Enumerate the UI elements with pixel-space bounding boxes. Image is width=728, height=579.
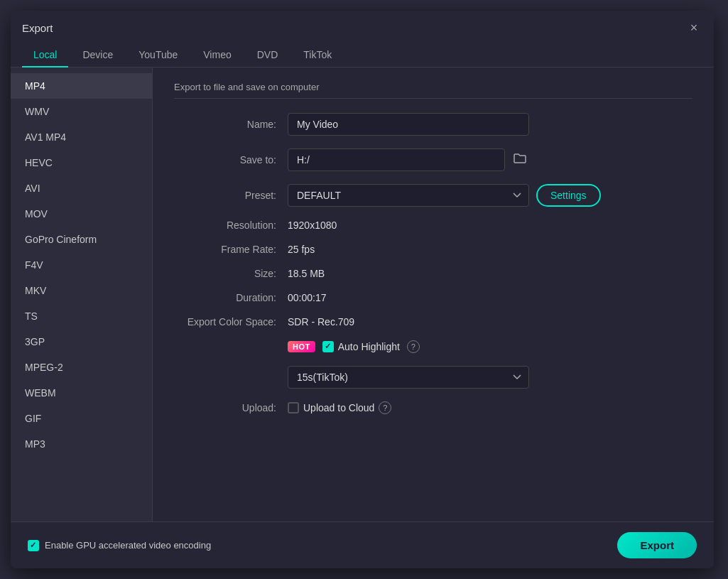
format-gif[interactable]: GIF: [11, 406, 152, 431]
color-space-label: Export Color Space:: [174, 316, 288, 328]
upload-to-cloud-text: Upload to Cloud: [303, 402, 374, 413]
auto-highlight-text: Auto Highlight: [338, 341, 400, 352]
tab-bar: Local Device YouTube Vimeo DVD TikTok: [11, 43, 714, 67]
format-mp3[interactable]: MP3: [11, 431, 152, 457]
close-button[interactable]: ×: [685, 19, 702, 36]
format-hevc[interactable]: HEVC: [11, 150, 152, 175]
format-mp4[interactable]: MP4: [11, 73, 152, 99]
tiktok-duration-select[interactable]: 15s(TikTok) 30s(TikTok) 60s(TikTok): [288, 366, 529, 389]
resolution-row: Resolution: 1920x1080: [174, 220, 692, 231]
resolution-control: 1920x1080: [288, 220, 692, 231]
highlight-container: HOT Auto Highlight ?: [288, 340, 420, 353]
overlay: Export × Local Device YouTube Vimeo DVD …: [0, 0, 728, 579]
export-button[interactable]: Export: [617, 532, 697, 558]
name-input[interactable]: [288, 113, 529, 136]
frame-rate-value: 25 fps: [288, 244, 315, 255]
resolution-label: Resolution:: [174, 220, 288, 231]
color-space-row: Export Color Space: SDR - Rec.709: [174, 316, 692, 328]
dialog-footer: Enable GPU accelerated video encoding Ex…: [11, 521, 714, 568]
duration-value: 00:00:17: [288, 292, 327, 303]
section-title: Export to file and save on computer: [174, 82, 692, 99]
save-to-control: [288, 148, 692, 171]
frame-rate-label: Frame Rate:: [174, 244, 288, 255]
tab-tiktok[interactable]: TikTok: [292, 43, 343, 67]
preset-row: Preset: DEFAULT High Quality Medium Qual…: [174, 184, 692, 207]
format-webm[interactable]: WEBM: [11, 380, 152, 406]
settings-button[interactable]: Settings: [536, 184, 601, 207]
upload-help-icon[interactable]: ?: [379, 401, 391, 414]
duration-row: Duration: 00:00:17: [174, 292, 692, 303]
hot-badge: HOT: [288, 341, 315, 352]
color-space-value: SDR - Rec.709: [288, 316, 354, 328]
upload-control: Upload to Cloud ?: [288, 401, 692, 414]
tiktok-spacer: [174, 366, 288, 389]
dialog-title: Export: [22, 22, 53, 34]
tiktok-row: 15s(TikTok) 30s(TikTok) 60s(TikTok): [174, 366, 692, 389]
dialog-body: MP4 WMV AV1 MP4 HEVC AVI MOV GoPro Cinef…: [11, 67, 714, 521]
dialog-header: Export ×: [11, 11, 714, 43]
resolution-value: 1920x1080: [288, 220, 337, 231]
size-row: Size: 18.5 MB: [174, 268, 692, 279]
format-gopro[interactable]: GoPro Cineform: [11, 227, 152, 252]
export-dialog: Export × Local Device YouTube Vimeo DVD …: [11, 11, 714, 568]
format-3gp[interactable]: 3GP: [11, 329, 152, 355]
save-path-input[interactable]: [288, 148, 505, 171]
format-ts[interactable]: TS: [11, 303, 152, 329]
upload-container: Upload to Cloud ?: [288, 401, 391, 414]
format-av1mp4[interactable]: AV1 MP4: [11, 124, 152, 150]
name-control: [288, 113, 692, 136]
save-path-container: [288, 148, 529, 171]
preset-select[interactable]: DEFAULT High Quality Medium Quality Low …: [288, 184, 529, 207]
auto-highlight-help-icon[interactable]: ?: [407, 340, 420, 353]
format-list: MP4 WMV AV1 MP4 HEVC AVI MOV GoPro Cinef…: [11, 67, 153, 521]
gpu-label[interactable]: Enable GPU accelerated video encoding: [28, 540, 211, 551]
size-control: 18.5 MB: [288, 268, 692, 279]
format-f4v[interactable]: F4V: [11, 252, 152, 278]
duration-label: Duration:: [174, 292, 288, 303]
auto-highlight-row: HOT Auto Highlight ?: [174, 340, 692, 353]
folder-icon: [514, 153, 526, 164]
name-label: Name:: [174, 119, 288, 130]
preset-label: Preset:: [174, 190, 288, 201]
folder-browse-button[interactable]: [511, 150, 529, 170]
duration-control: 00:00:17: [288, 292, 692, 303]
size-label: Size:: [174, 268, 288, 279]
frame-rate-row: Frame Rate: 25 fps: [174, 244, 692, 255]
tab-local[interactable]: Local: [22, 43, 68, 67]
color-space-control: SDR - Rec.709: [288, 316, 692, 328]
auto-highlight-checkbox[interactable]: [322, 341, 334, 352]
save-to-label: Save to:: [174, 154, 288, 166]
format-mkv[interactable]: MKV: [11, 278, 152, 303]
auto-highlight-control: HOT Auto Highlight ?: [288, 340, 692, 353]
main-content: Export to file and save on computer Name…: [153, 67, 714, 521]
upload-row: Upload: Upload to Cloud ?: [174, 401, 692, 414]
frame-rate-control: 25 fps: [288, 244, 692, 255]
auto-highlight-checkbox-label[interactable]: Auto Highlight: [322, 341, 400, 352]
gpu-text: Enable GPU accelerated video encoding: [45, 540, 211, 551]
format-wmv[interactable]: WMV: [11, 99, 152, 124]
name-row: Name:: [174, 113, 692, 136]
gpu-checkbox[interactable]: [28, 540, 39, 551]
preset-control: DEFAULT High Quality Medium Quality Low …: [288, 184, 692, 207]
format-mpeg2[interactable]: MPEG-2: [11, 355, 152, 380]
tab-youtube[interactable]: YouTube: [127, 43, 189, 67]
save-to-row: Save to:: [174, 148, 692, 171]
format-mov[interactable]: MOV: [11, 201, 152, 227]
format-avi[interactable]: AVI: [11, 175, 152, 201]
upload-to-cloud-checkbox[interactable]: [288, 402, 299, 413]
tab-vimeo[interactable]: Vimeo: [192, 43, 242, 67]
tab-device[interactable]: Device: [71, 43, 124, 67]
tab-dvd[interactable]: DVD: [246, 43, 290, 67]
size-value: 18.5 MB: [288, 268, 325, 279]
upload-label: Upload:: [174, 402, 288, 413]
